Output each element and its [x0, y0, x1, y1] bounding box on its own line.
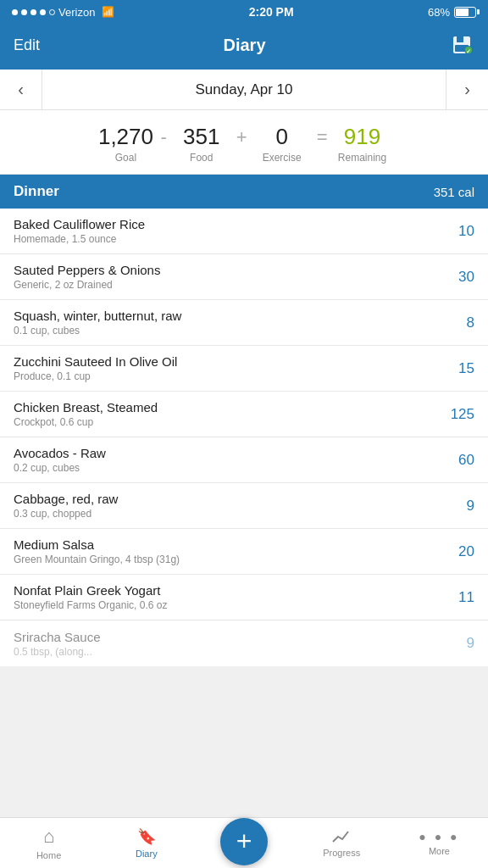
food-cal-8: 11	[441, 589, 474, 606]
food-cal-1: 30	[441, 269, 474, 286]
food-info-2: Squash, winter, butternut, raw 0.1 cup, …	[14, 309, 441, 337]
food-label: Food	[190, 152, 213, 164]
progress-label: Progress	[323, 848, 360, 858]
minus-operator: -	[155, 126, 171, 148]
carrier-name: Verizon	[58, 6, 95, 19]
remaining-value: 919	[344, 124, 380, 150]
food-name-4: Chicken Breast, Steamed	[14, 400, 441, 415]
progress-icon	[331, 828, 352, 845]
carrier-signal: Verizon 📶	[12, 6, 114, 19]
food-item-3[interactable]: Zucchini Sauteed In Olive Oil Produce, 0…	[0, 346, 488, 392]
nav-add[interactable]: +	[195, 818, 292, 869]
signal-dot-4	[40, 9, 46, 15]
food-cal-0: 10	[441, 223, 474, 240]
home-label: Home	[36, 850, 61, 860]
food-cal-3: 15	[441, 360, 474, 377]
goal-label: Goal	[115, 152, 136, 164]
remaining-label: Remaining	[338, 152, 386, 164]
current-date: Sunday, Apr 10	[196, 81, 293, 98]
food-cal-5: 60	[441, 452, 474, 469]
food-name-5: Avocados - Raw	[14, 446, 441, 460]
prev-date-button[interactable]: ‹	[0, 70, 42, 110]
goal-value: 1,270	[98, 124, 153, 150]
dinner-title: Dinner	[14, 183, 59, 200]
food-detail-9: 0.5 tbsp, (along...	[14, 646, 441, 658]
food-detail-6: 0.3 cup, chopped	[14, 508, 441, 520]
food-name-9: Sriracha Sauce	[14, 630, 441, 644]
food-name-0: Baked Cauliflower Rice	[14, 217, 441, 231]
exercise-value: 0	[275, 124, 287, 150]
edit-button[interactable]: Edit	[14, 36, 40, 54]
food-detail-8: Stoneyfield Farms Organic, 0.6 oz	[14, 599, 441, 611]
food-name-7: Medium Salsa	[14, 537, 441, 552]
svg-rect-1	[457, 36, 463, 42]
food-name-2: Squash, winter, butternut, raw	[14, 309, 441, 323]
food-detail-4: Crockpot, 0.6 cup	[14, 416, 441, 428]
add-button[interactable]: +	[220, 818, 268, 865]
food-item-9[interactable]: Sriracha Sauce 0.5 tbsp, (along... 9	[0, 620, 488, 666]
app-header: Edit Diary ✓	[0, 24, 488, 70]
food-cal-6: 9	[441, 498, 474, 515]
status-time: 2:20 PM	[249, 5, 294, 19]
food-value: 351	[183, 124, 219, 150]
date-navigation: ‹ Sunday, Apr 10 ›	[0, 70, 488, 110]
food-item-7[interactable]: Medium Salsa Green Mountain Gringo, 4 tb…	[0, 529, 488, 575]
food-info-0: Baked Cauliflower Rice Homemade, 1.5 oun…	[14, 217, 441, 245]
food-item-2[interactable]: Squash, winter, butternut, raw 0.1 cup, …	[0, 300, 488, 346]
nav-home[interactable]: ⌂ Home	[0, 826, 97, 860]
food-cal-4: 125	[441, 406, 474, 423]
food-detail-7: Green Mountain Gringo, 4 tbsp (31g)	[14, 554, 441, 565]
food-block: 351 Food	[172, 124, 231, 164]
plus-operator: +	[231, 126, 252, 148]
food-item-8[interactable]: Nonfat Plain Greek Yogart Stoneyfield Fa…	[0, 575, 488, 620]
goal-block: 1,270 Goal	[96, 124, 155, 164]
food-cal-9: 9	[441, 635, 474, 652]
food-item-4[interactable]: Chicken Breast, Steamed Crockpot, 0.6 cu…	[0, 392, 488, 437]
signal-dot-3	[30, 9, 36, 15]
next-date-button[interactable]: ›	[446, 70, 488, 110]
food-info-3: Zucchini Sauteed In Olive Oil Produce, 0…	[14, 354, 441, 382]
signal-dot-5	[49, 9, 55, 15]
bottom-spacer	[0, 666, 488, 726]
food-info-4: Chicken Breast, Steamed Crockpot, 0.6 cu…	[14, 400, 441, 428]
exercise-block: 0 Exercise	[252, 124, 312, 164]
more-label: More	[429, 846, 450, 856]
food-cal-2: 8	[441, 314, 474, 331]
food-info-1: Sauted Peppers & Onions Generic, 2 oz Dr…	[14, 263, 441, 291]
dinner-calories: 351 cal	[434, 185, 474, 199]
food-item-5[interactable]: Avocados - Raw 0.2 cup, cubes 60	[0, 437, 488, 483]
food-info-8: Nonfat Plain Greek Yogart Stoneyfield Fa…	[14, 583, 441, 611]
food-detail-3: Produce, 0.1 cup	[14, 370, 441, 382]
nav-more[interactable]: ● ● ● More	[391, 830, 488, 856]
food-info-6: Cabbage, red, raw 0.3 cup, chopped	[14, 492, 441, 520]
battery-indicator: 68%	[428, 6, 476, 19]
battery-icon	[454, 7, 476, 18]
page-title: Diary	[224, 36, 266, 55]
dinner-section-header: Dinner 351 cal	[0, 175, 488, 209]
food-info-7: Medium Salsa Green Mountain Gringo, 4 tb…	[14, 537, 441, 565]
remaining-block: 919 Remaining	[333, 124, 392, 164]
diary-label: Diary	[136, 849, 158, 859]
food-detail-2: 0.1 cup, cubes	[14, 325, 441, 337]
food-cal-7: 20	[441, 543, 474, 560]
food-info-5: Avocados - Raw 0.2 cup, cubes	[14, 446, 441, 474]
food-name-3: Zucchini Sauteed In Olive Oil	[14, 354, 441, 369]
bottom-navigation: ⌂ Home 🔖 Diary + Progress ● ● ● More	[0, 817, 488, 868]
equals-operator: =	[312, 126, 333, 148]
more-icon: ● ● ●	[419, 830, 459, 843]
food-item-1[interactable]: Sauted Peppers & Onions Generic, 2 oz Dr…	[0, 254, 488, 300]
food-item-0[interactable]: Baked Cauliflower Rice Homemade, 1.5 oun…	[0, 209, 488, 254]
food-info-9: Sriracha Sauce 0.5 tbsp, (along...	[14, 630, 441, 658]
nav-diary[interactable]: 🔖 Diary	[97, 827, 195, 859]
nav-progress[interactable]: Progress	[293, 828, 391, 858]
food-detail-0: Homemade, 1.5 ounce	[14, 233, 441, 245]
battery-percent: 68%	[428, 6, 450, 19]
exercise-label: Exercise	[263, 152, 302, 164]
signal-dot-2	[21, 9, 27, 15]
battery-fill	[456, 8, 469, 16]
food-item-6[interactable]: Cabbage, red, raw 0.3 cup, chopped 9	[0, 483, 488, 529]
food-name-6: Cabbage, red, raw	[14, 492, 441, 506]
wifi-icon: 📶	[102, 6, 114, 18]
food-detail-5: 0.2 cup, cubes	[14, 462, 441, 474]
save-button[interactable]: ✓	[449, 32, 474, 58]
